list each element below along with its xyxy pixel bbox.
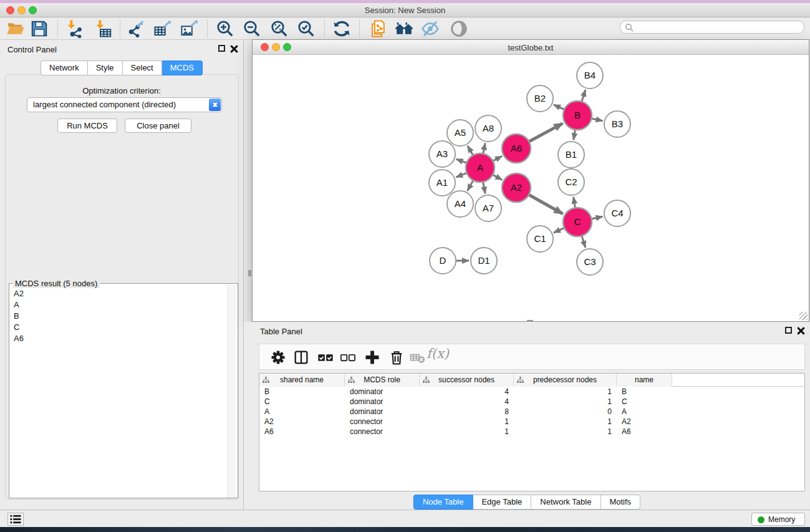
gear-icon[interactable]: [269, 349, 287, 366]
table-row[interactable]: A2connector11A2: [259, 417, 804, 427]
node-D[interactable]: D: [430, 248, 456, 274]
import-table-icon[interactable]: [94, 19, 113, 38]
table-cell: 1: [420, 417, 514, 427]
node-table[interactable]: shared nameMCDS rolesuccessor nodesprede…: [259, 373, 805, 491]
table-cell: B: [617, 387, 672, 397]
mcds-result-item[interactable]: B: [11, 310, 228, 321]
node-B1[interactable]: B1: [558, 142, 584, 168]
table-row[interactable]: Cdominator41C: [259, 397, 804, 407]
node-C4[interactable]: C4: [604, 200, 630, 226]
criterion-value: largest connected component (directed): [33, 100, 176, 109]
edge-C-C3[interactable]: [581, 235, 586, 248]
mcds-result-item[interactable]: A: [11, 299, 228, 310]
zoom-fit-icon[interactable]: [270, 19, 289, 38]
svg-text:B2: B2: [534, 93, 546, 104]
node-A5[interactable]: A5: [447, 120, 473, 146]
mcds-list-scrollbar[interactable]: [228, 285, 236, 498]
home-icon[interactable]: [395, 19, 413, 38]
export-table-icon[interactable]: [153, 19, 172, 38]
tab-motifs[interactable]: Motifs: [600, 495, 640, 510]
network-canvas[interactable]: B4B2BB3A5A8A6A3B1AA1A2C2A4A7C4CC1DD1C3: [253, 55, 809, 321]
column-header-shared-name[interactable]: shared name: [259, 374, 345, 387]
mcds-result-item[interactable]: A2: [11, 288, 228, 299]
show-details-icon[interactable]: [450, 19, 468, 38]
table-row[interactable]: Bdominator41B: [259, 387, 804, 397]
node-C3[interactable]: C3: [577, 249, 603, 275]
node-B2[interactable]: B2: [527, 85, 553, 112]
tab-select[interactable]: Select: [123, 60, 162, 75]
vertical-splitter-handle[interactable]: [248, 270, 251, 276]
mcds-result-item[interactable]: C: [11, 321, 228, 332]
export-network-icon[interactable]: [127, 19, 145, 38]
import-network-icon[interactable]: [65, 19, 84, 38]
tab-style[interactable]: Style: [88, 60, 123, 75]
desktop: Session: New Session: [0, 0, 810, 532]
node-B3[interactable]: B3: [604, 111, 630, 137]
add-column-icon[interactable]: [364, 349, 381, 366]
node-D1[interactable]: D1: [471, 248, 497, 274]
tab-network-table[interactable]: Network Table: [531, 495, 600, 510]
deselect-all-icon[interactable]: [339, 349, 357, 366]
window-resize-grip[interactable]: [799, 312, 808, 320]
column-header-predecessor-nodes[interactable]: predecessor nodes: [514, 374, 617, 387]
node-C1[interactable]: C1: [527, 226, 553, 252]
column-sort-icon: [348, 377, 355, 384]
table-row[interactable]: Adominator80A: [259, 407, 804, 417]
search-field[interactable]: [620, 21, 804, 34]
delete-table-icon[interactable]: [409, 349, 427, 366]
zoom-out-icon[interactable]: [243, 19, 261, 38]
node-A7[interactable]: A7: [475, 195, 501, 221]
tab-edge-table[interactable]: Edge Table: [473, 495, 531, 510]
node-B4[interactable]: B4: [577, 62, 603, 89]
export-image-icon[interactable]: [180, 19, 199, 38]
close-panel-button[interactable]: Close panel: [125, 118, 191, 133]
svg-text:D: D: [440, 255, 446, 266]
column-header-MCDS-role[interactable]: MCDS role: [345, 374, 420, 387]
select-all-icon[interactable]: [317, 349, 334, 366]
column-header-name[interactable]: name: [617, 374, 672, 387]
save-session-icon[interactable]: [30, 19, 49, 38]
split-columns-icon[interactable]: [292, 349, 310, 366]
node-A[interactable]: A: [466, 153, 494, 182]
tab-network[interactable]: Network: [41, 60, 88, 75]
float-table-panel-icon[interactable]: [785, 327, 792, 334]
cytoscape-window: Session: New Session: [0, 3, 810, 527]
edge-B-B4[interactable]: [581, 90, 586, 103]
node-C[interactable]: C: [563, 208, 592, 236]
close-panel-icon[interactable]: [230, 45, 238, 53]
edge-A2-C[interactable]: [528, 194, 562, 214]
zoom-selected-icon[interactable]: [297, 19, 316, 38]
network-window-titlebar[interactable]: testGlobe.txt: [253, 40, 809, 55]
toolbar-separator: [324, 20, 325, 37]
zoom-in-icon[interactable]: [216, 19, 234, 38]
tab-node-table[interactable]: Node Table: [413, 495, 473, 510]
mcds-result-item[interactable]: A6: [11, 332, 228, 344]
float-panel-icon[interactable]: [218, 45, 225, 52]
node-A2[interactable]: A2: [502, 173, 531, 202]
node-B[interactable]: B: [563, 101, 592, 130]
node-A3[interactable]: A3: [429, 141, 455, 167]
memory-button[interactable]: Memory: [751, 513, 805, 526]
refresh-icon[interactable]: [332, 19, 351, 38]
table-cell: connector: [345, 427, 420, 437]
edge-A6-B[interactable]: [528, 123, 562, 142]
run-mcds-button[interactable]: Run MCDS: [57, 118, 117, 133]
show-panels-button[interactable]: [7, 513, 24, 526]
node-C2[interactable]: C2: [558, 169, 584, 195]
hide-details-icon[interactable]: [421, 19, 440, 38]
column-header-successor-nodes[interactable]: successor nodes: [420, 374, 514, 387]
tab-mcds[interactable]: MCDS: [162, 60, 203, 75]
svg-text:A1: A1: [436, 177, 448, 188]
table-row[interactable]: A6connector11A6: [259, 427, 804, 437]
open-file-icon[interactable]: [6, 19, 25, 38]
close-table-panel-icon[interactable]: [797, 327, 805, 335]
delete-column-icon[interactable]: [388, 349, 405, 366]
node-A8[interactable]: A8: [475, 115, 501, 142]
criterion-dropdown[interactable]: largest connected component (directed): [27, 97, 222, 112]
node-A6[interactable]: A6: [502, 134, 531, 163]
node-A1[interactable]: A1: [429, 170, 455, 196]
node-A4[interactable]: A4: [447, 191, 473, 217]
search-input[interactable]: [635, 22, 799, 32]
column-sort-icon: [517, 377, 524, 384]
clone-network-icon[interactable]: [369, 19, 388, 38]
